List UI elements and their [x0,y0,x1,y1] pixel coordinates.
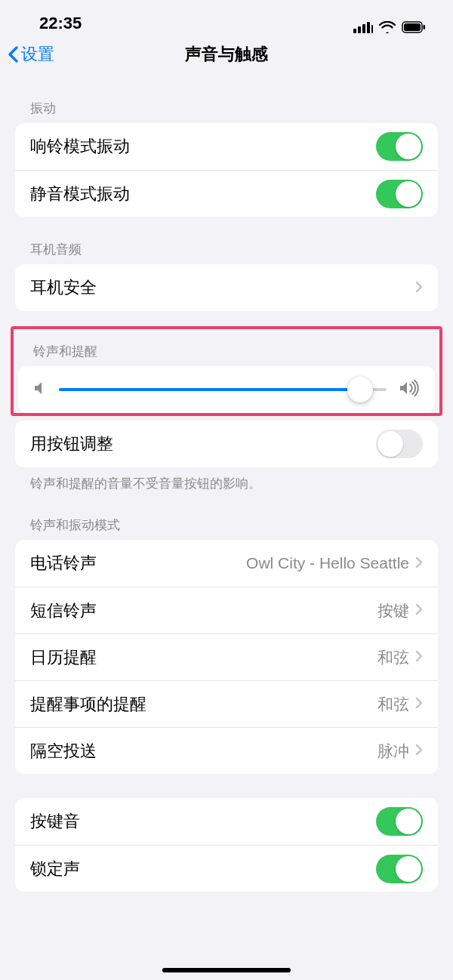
row-label: 锁定声 [30,858,376,880]
row-label: 提醒事项的提醒 [30,693,378,716]
row-label: 电话铃声 [30,552,246,575]
back-label: 设置 [21,43,54,66]
chevron-right-icon [415,602,423,619]
row-vibrate-on-silent[interactable]: 静音模式振动 [15,170,438,217]
headphone-audio-card: 耳机安全 [15,264,438,311]
row-change-with-buttons[interactable]: 用按钮调整 [15,421,438,467]
section-footer-ringer: 铃声和提醒的音量不受音量按钮的影响。 [15,467,438,492]
system-sounds-card: 按键音 锁定声 [15,798,438,892]
row-value: 按键 [378,600,415,621]
toggle-keyboard-clicks[interactable] [376,807,423,836]
sound-patterns-card: 电话铃声Owl City - Hello Seattle短信铃声按键日历提醒和弦… [15,540,438,774]
row-sound-pattern[interactable]: 日历提醒和弦 [15,633,438,680]
row-label: 按键音 [30,810,376,833]
row-lock-sound[interactable]: 锁定声 [15,845,438,892]
row-label: 日历提醒 [30,646,378,669]
row-label: 耳机安全 [30,276,415,299]
home-indicator[interactable] [162,968,291,972]
svg-rect-2 [362,24,365,33]
row-label: 静音模式振动 [30,183,376,205]
page-title: 声音与触感 [0,43,453,66]
chevron-left-icon [8,46,18,63]
row-label: 隔空投送 [30,740,378,763]
row-label: 响铃模式振动 [30,135,376,158]
svg-rect-7 [424,25,426,29]
row-label: 短信铃声 [30,599,378,622]
section-header-vibration: 振动 [15,76,438,123]
back-button[interactable]: 设置 [8,43,54,66]
section-header-headphone-audio: 耳机音频 [15,217,438,264]
nav-bar: 设置 声音与触感 [0,33,453,76]
wifi-icon [379,21,396,33]
vibration-card: 响铃模式振动 静音模式振动 [15,123,438,217]
slider-thumb[interactable] [347,377,373,402]
chevron-right-icon [415,742,423,760]
content: 振动 响铃模式振动 静音模式振动 耳机音频 耳机安全 铃声和提醒 [0,76,453,922]
toggle-vibrate-on-ring[interactable] [376,132,423,161]
cellular-icon [353,21,373,33]
row-value: 和弦 [378,647,415,668]
row-keyboard-clicks[interactable]: 按键音 [15,798,438,845]
status-bar: 22:35 [0,0,453,33]
chevron-right-icon [415,555,423,572]
volume-slider[interactable] [59,388,387,391]
row-headphone-safety[interactable]: 耳机安全 [15,264,438,311]
row-ringer-volume[interactable] [18,366,435,413]
row-label: 用按钮调整 [30,433,376,455]
toggle-lock-sound[interactable] [376,855,423,883]
row-value: 和弦 [378,694,415,715]
volume-low-icon [33,381,47,399]
svg-rect-4 [371,25,373,33]
volume-high-icon [399,380,420,399]
toggle-vibrate-on-silent[interactable] [376,180,423,208]
row-sound-pattern[interactable]: 提醒事项的提醒和弦 [15,680,438,727]
ringer-slider-card [18,366,435,413]
row-sound-pattern[interactable]: 短信铃声按键 [15,587,438,633]
row-value: Owl City - Hello Seattle [246,554,415,572]
chevron-right-icon [415,279,423,297]
chevron-right-icon [415,649,423,666]
svg-rect-3 [367,22,370,33]
row-sound-pattern[interactable]: 隔空投送脉冲 [15,727,438,774]
highlight-ringer-section: 铃声和提醒 [11,326,442,416]
slider-fill [59,388,360,391]
svg-rect-6 [404,23,421,31]
section-header-ringer-alerts: 铃声和提醒 [18,329,435,366]
row-sound-pattern[interactable]: 电话铃声Owl City - Hello Seattle [15,540,438,587]
status-time: 22:35 [39,14,82,33]
chevron-right-icon [415,695,423,713]
battery-icon [402,21,426,33]
toggle-change-with-buttons[interactable] [376,430,423,458]
row-value: 脉冲 [378,741,415,762]
row-vibrate-on-ring[interactable]: 响铃模式振动 [15,123,438,170]
change-with-buttons-card: 用按钮调整 [15,421,438,467]
status-right [353,21,426,33]
svg-rect-1 [358,26,361,33]
section-header-sound-patterns: 铃声和振动模式 [15,492,438,540]
